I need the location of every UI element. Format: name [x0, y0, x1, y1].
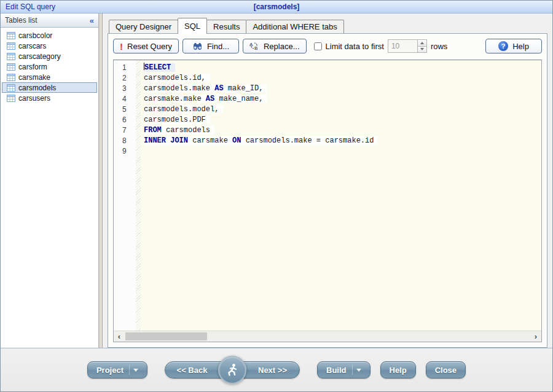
- footer-help-button[interactable]: Help: [380, 361, 416, 378]
- line-number: 1: [122, 63, 136, 73]
- spin-down-button[interactable]: [417, 47, 427, 53]
- spin-up-button[interactable]: [417, 39, 427, 47]
- horizontal-scroll-thumb[interactable]: [125, 332, 207, 340]
- code-line-7: FROM carsmodels: [144, 125, 541, 136]
- svg-text:B: B: [254, 45, 257, 50]
- table-icon: [7, 95, 15, 102]
- line-number-gutter: 123456789: [114, 60, 136, 331]
- footer-bar: Project << Back Next >>: [1, 348, 552, 391]
- table-icon: [7, 53, 15, 60]
- code-line-2: carsmodels.id,: [144, 73, 541, 84]
- find-button[interactable]: Find...: [182, 39, 239, 53]
- tables-sidebar: Tables list « carsbcolorcarscarscarscate…: [1, 14, 99, 348]
- code-line-9: [144, 146, 541, 157]
- main-area: Query DesignerSQLResultsAdditional WHERE…: [103, 14, 552, 348]
- question-mark-icon: ?: [498, 41, 508, 51]
- reset-exclamation-icon: !: [120, 42, 123, 51]
- sql-code-area[interactable]: SELECTcarsmodels.id,carsmodels.make AS m…: [141, 60, 541, 331]
- scroll-right-arrow[interactable]: ›: [530, 331, 541, 342]
- running-person-icon: [225, 363, 240, 377]
- line-number: 2: [122, 73, 136, 84]
- build-dropdown-icon: [356, 369, 361, 372]
- table-icon: [7, 63, 15, 71]
- code-line-3: carsmodels.make AS make_ID,: [144, 84, 541, 94]
- table-item-label: carsmake: [18, 73, 50, 82]
- spin-up-icon: [420, 42, 424, 44]
- table-item-label: carscategory: [18, 52, 61, 61]
- table-item-carsmodels[interactable]: carsmodels: [2, 82, 97, 93]
- table-icon: [7, 84, 15, 92]
- tab-sql[interactable]: SQL: [178, 18, 207, 34]
- project-dropdown-icon: [133, 369, 138, 372]
- tab-additional-where-tabs[interactable]: Additional WHERE tabs: [246, 20, 343, 33]
- sql-editor: 123456789 SELECTcarsmodels.id,carsmodels…: [113, 60, 542, 342]
- run-button[interactable]: [218, 356, 246, 384]
- replace-a-to-b-icon: AB: [249, 42, 259, 50]
- edit-sql-query-window: Edit SQL query [carsmodels] Tables list …: [0, 0, 553, 392]
- table-item-carsform[interactable]: carsform: [2, 61, 97, 72]
- spin-down-icon: [420, 48, 424, 50]
- horizontal-scrollbar[interactable]: ‹ ›: [114, 331, 541, 342]
- line-number: 8: [122, 136, 136, 146]
- line-number: 9: [122, 146, 136, 157]
- table-item-carscategory[interactable]: carscategory: [2, 51, 97, 61]
- table-icon: [7, 32, 15, 39]
- code-line-1: SELECT: [144, 63, 541, 73]
- limit-data-label: Limit data to first: [326, 42, 384, 51]
- table-item-carsusers[interactable]: carsusers: [2, 93, 97, 103]
- content-area: Tables list « carsbcolorcarscarscarscate…: [1, 14, 552, 348]
- sql-tab-panel: ! Reset Query Find... AB Replace...: [108, 33, 547, 348]
- table-item-label: carsmodels: [18, 84, 56, 92]
- close-button[interactable]: Close: [426, 361, 466, 378]
- tables-list: carsbcolorcarscarscarscategorycarsformca…: [1, 28, 98, 348]
- table-icon: [7, 74, 15, 81]
- project-menu-button[interactable]: Project: [87, 361, 147, 378]
- table-item-carsbcolor[interactable]: carsbcolor: [2, 30, 97, 41]
- limit-data-checkbox[interactable]: [314, 42, 322, 50]
- tab-query-designer[interactable]: Query Designer: [109, 20, 178, 33]
- window-title: Edit SQL query: [6, 2, 55, 11]
- wizard-nav: << Back Next >>: [165, 361, 300, 378]
- table-item-label: carscars: [18, 42, 46, 50]
- toolbar-help-button[interactable]: ? Help: [485, 39, 542, 53]
- table-item-carscars[interactable]: carscars: [2, 41, 97, 51]
- table-item-label: carsbcolor: [18, 31, 52, 40]
- table-icon: [7, 42, 15, 50]
- limit-rows-spinbox: [388, 39, 427, 53]
- tab-results[interactable]: Results: [206, 20, 246, 33]
- reset-query-button[interactable]: ! Reset Query: [113, 39, 179, 53]
- limit-rows-group: Limit data to first rows: [314, 39, 448, 53]
- line-number: 4: [122, 94, 136, 104]
- code-line-6: carsmodels.PDF: [144, 115, 541, 125]
- collapse-sidebar-button[interactable]: «: [90, 17, 94, 25]
- line-number: 5: [122, 104, 136, 115]
- rows-label: rows: [431, 42, 447, 51]
- line-number: 3: [122, 84, 136, 94]
- table-item-carsmake[interactable]: carsmake: [2, 72, 97, 82]
- table-item-label: carsform: [18, 63, 47, 71]
- build-menu-button[interactable]: Build: [317, 361, 371, 378]
- limit-rows-input[interactable]: [388, 39, 417, 53]
- tab-strip: Query DesignerSQLResultsAdditional WHERE…: [108, 17, 547, 33]
- code-line-8: INNER JOIN carsmake ON carsmodels.make =…: [144, 136, 541, 146]
- code-line-5: carsmodels.model,: [144, 104, 541, 115]
- sql-editor-body: 123456789 SELECTcarsmodels.id,carsmodels…: [114, 60, 541, 331]
- code-line-4: carsmake.make AS make_name,: [144, 94, 541, 104]
- binoculars-icon: [192, 42, 203, 50]
- document-title: [carsmodels]: [254, 2, 300, 11]
- gutter-separator: [136, 60, 141, 331]
- line-number: 6: [122, 115, 136, 125]
- replace-button[interactable]: AB Replace...: [243, 39, 307, 53]
- limit-rows-spinner: [417, 39, 427, 53]
- project-caret-divider: [129, 365, 130, 375]
- line-number: 7: [122, 125, 136, 136]
- build-caret-divider: [352, 365, 353, 375]
- titlebar: Edit SQL query [carsmodels]: [1, 1, 552, 14]
- tables-list-title: Tables list: [5, 16, 37, 25]
- tables-list-header: Tables list «: [1, 14, 98, 28]
- sql-toolbar: ! Reset Query Find... AB Replace...: [108, 34, 547, 58]
- scroll-left-arrow[interactable]: ‹: [114, 331, 125, 342]
- table-item-label: carsusers: [18, 94, 50, 103]
